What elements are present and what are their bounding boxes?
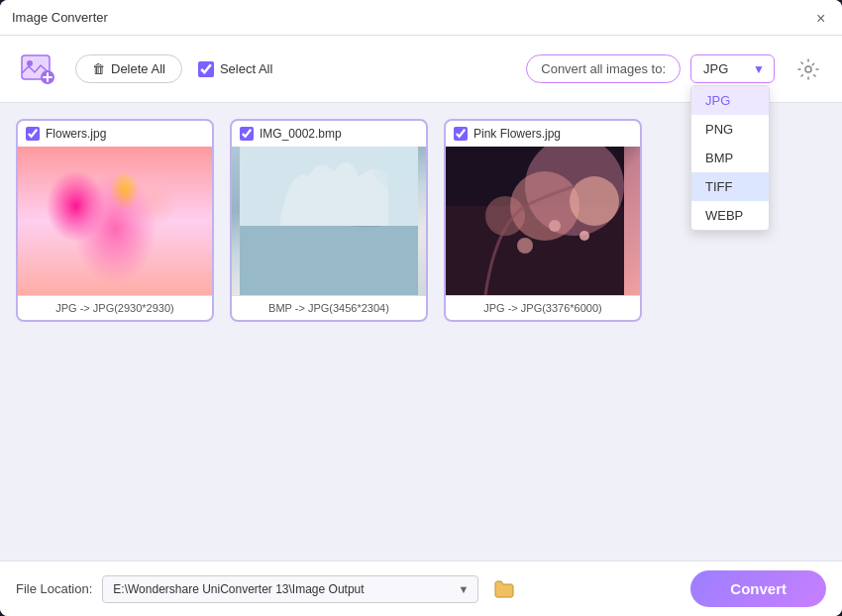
card-filename-pink: Pink Flowers.jpg [474, 127, 561, 141]
dropdown-item-tiff[interactable]: TIFF [691, 172, 769, 201]
pink-illustration [446, 147, 624, 295]
thumb-flowers-visual [18, 147, 212, 295]
window-title: Image Converter [12, 10, 108, 25]
folder-icon [493, 579, 515, 599]
file-path-wrapper: E:\Wondershare UniConverter 13\Image Out… [102, 575, 478, 603]
dropdown-item-webp[interactable]: WEBP [691, 201, 769, 230]
delete-all-label: Delete All [111, 61, 165, 76]
thumb-pink-visual [446, 147, 640, 295]
flower-overlay [18, 147, 212, 295]
image-card-bmp: IMG_0002.bmp BMP -> JPG(3456*2304) [230, 119, 428, 322]
add-image-icon [20, 51, 55, 87]
svg-point-1 [27, 60, 33, 66]
card-filename-flowers: Flowers.jpg [46, 127, 106, 141]
card-checkbox-bmp[interactable] [240, 127, 254, 141]
bmp-illustration [240, 147, 418, 295]
browse-folder-button[interactable] [488, 573, 520, 605]
card-checkbox-pink[interactable] [454, 127, 468, 141]
card-header-bmp: IMG_0002.bmp [232, 121, 426, 147]
file-location-label: File Location: [16, 581, 92, 596]
trash-icon: 🗑 [92, 61, 105, 76]
bottom-bar: File Location: E:\Wondershare UniConvert… [0, 561, 842, 616]
card-filename-bmp: IMG_0002.bmp [260, 127, 342, 141]
image-card-flowers: Flowers.jpg JPG -> JPG(2930*2930) [16, 119, 214, 322]
main-window: Image Converter × 🗑 Delete All Select Al… [0, 0, 842, 616]
thumb-bmp [232, 147, 426, 295]
card-caption-pink: JPG -> JPG(3376*6000) [446, 295, 640, 320]
convert-all-wrapper: Convert all images to: JPG PNG BMP TIFF … [526, 54, 775, 83]
card-checkbox-flowers[interactable] [26, 127, 40, 141]
add-image-button[interactable] [16, 48, 59, 91]
delete-all-button[interactable]: 🗑 Delete All [75, 54, 182, 83]
dropdown-item-bmp[interactable]: BMP [691, 144, 769, 172]
select-all-checkbox[interactable] [198, 61, 214, 77]
file-path-select[interactable]: E:\Wondershare UniConverter 13\Image Out… [102, 575, 478, 603]
dropdown-item-png[interactable]: PNG [691, 115, 769, 144]
convert-all-label: Convert all images to: [526, 54, 681, 83]
settings-icon [796, 57, 820, 81]
card-caption-flowers: JPG -> JPG(2930*2930) [18, 295, 212, 320]
toolbar: 🗑 Delete All Select All Convert all imag… [0, 36, 842, 103]
image-card-pink: Pink Flowers.jpg [444, 119, 642, 322]
titlebar: Image Converter × [0, 0, 842, 36]
thumb-flowers [18, 147, 212, 295]
svg-point-23 [549, 220, 561, 232]
svg-point-5 [805, 66, 811, 72]
svg-point-20 [570, 176, 619, 226]
close-button[interactable]: × [816, 11, 830, 25]
card-header-flowers: Flowers.jpg [18, 121, 212, 147]
format-select[interactable]: JPG PNG BMP TIFF WEBP [690, 54, 775, 83]
format-dropdown-menu[interactable]: JPG PNG BMP TIFF WEBP [690, 85, 770, 231]
select-all-wrapper[interactable]: Select All [198, 61, 272, 77]
thumb-bmp-visual [232, 147, 426, 295]
thumb-pink [446, 147, 640, 295]
convert-button[interactable]: Convert [690, 570, 826, 607]
svg-point-22 [517, 238, 533, 254]
card-caption-bmp: BMP -> JPG(3456*2304) [232, 295, 426, 320]
settings-button[interactable] [790, 51, 826, 87]
dropdown-item-jpg[interactable]: JPG [691, 86, 769, 115]
format-select-wrapper: JPG PNG BMP TIFF WEBP ▼ JPG PNG BMP TIFF… [690, 54, 775, 83]
svg-point-24 [579, 231, 589, 241]
card-header-pink: Pink Flowers.jpg [446, 121, 640, 147]
select-all-label: Select All [220, 61, 272, 76]
